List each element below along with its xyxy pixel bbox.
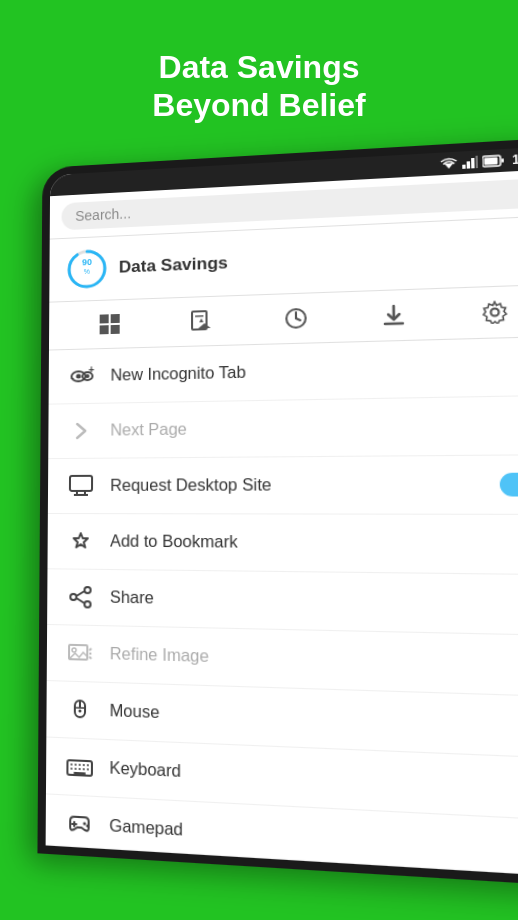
svg-point-38 <box>84 601 90 607</box>
svg-point-37 <box>70 594 76 600</box>
svg-rect-13 <box>111 314 120 323</box>
mouse-icon <box>67 696 94 724</box>
menu-label-gamepad: Gamepad <box>109 817 518 862</box>
settings-svg <box>482 300 508 324</box>
svg-line-23 <box>385 323 403 324</box>
svg-point-42 <box>72 648 76 652</box>
keyboard-icon <box>66 753 93 781</box>
svg-point-24 <box>491 308 499 316</box>
svg-rect-12 <box>100 314 109 323</box>
menu-label-next-page: Next Page <box>110 415 518 439</box>
menu-label-share: Share <box>110 588 518 614</box>
svg-point-49 <box>78 709 81 712</box>
menu-label-refine-image: Refine Image <box>110 645 518 676</box>
signal-icon <box>462 156 478 169</box>
menu-item-add-to-bookmark[interactable]: Add to Bookmark <box>47 514 518 575</box>
phone-outer: 12:30 Search... 90 % <box>37 137 518 887</box>
svg-marker-17 <box>199 318 203 322</box>
svg-rect-4 <box>476 156 479 168</box>
chevron-right-icon <box>68 418 94 444</box>
share-icon <box>67 584 93 611</box>
menu-item-next-page[interactable]: Next Page <box>48 396 518 459</box>
svg-line-43 <box>89 648 91 650</box>
svg-rect-1 <box>463 165 466 169</box>
toolbar-download-icon[interactable] <box>378 300 409 330</box>
toolbar-grid-icon[interactable] <box>96 310 124 339</box>
bookmarks-svg <box>190 310 213 333</box>
desktop-icon <box>68 473 94 499</box>
savings-circle: 90 % <box>65 247 109 292</box>
menu-label-keyboard: Keyboard <box>109 759 518 799</box>
menu-label-add-to-bookmark: Add to Bookmark <box>110 532 518 554</box>
phone-screen: 12:30 Search... 90 % <box>46 146 518 878</box>
menu-label-new-incognito-tab: New Incognito Tab <box>110 356 518 384</box>
history-svg <box>284 307 308 330</box>
svg-point-26 <box>76 374 81 379</box>
time-display: 12:30 <box>512 151 518 167</box>
savings-circle-svg: 90 % <box>65 247 109 292</box>
header-section: Data SavingsBeyond Belief <box>0 0 518 155</box>
svg-marker-0 <box>445 163 454 169</box>
battery-icon <box>483 154 506 168</box>
svg-line-40 <box>76 598 84 603</box>
menu-label-mouse: Mouse <box>110 702 518 737</box>
svg-rect-31 <box>70 476 92 491</box>
svg-point-36 <box>85 587 91 593</box>
bookmark-star-icon <box>68 528 94 554</box>
svg-rect-2 <box>467 161 471 168</box>
svg-text:90: 90 <box>82 257 92 267</box>
svg-line-45 <box>89 657 91 659</box>
svg-rect-14 <box>100 325 109 334</box>
svg-point-64 <box>83 822 86 825</box>
svg-rect-3 <box>471 158 475 168</box>
refine-image-icon <box>67 640 93 667</box>
svg-line-21 <box>296 318 300 320</box>
download-svg <box>381 304 406 328</box>
grid-svg <box>99 313 121 335</box>
svg-text:%: % <box>84 268 90 275</box>
toolbar-history-icon[interactable] <box>281 304 311 333</box>
menu-item-request-desktop-site[interactable]: Request Desktop Site <box>48 455 518 515</box>
menu-label-request-desktop-site: Request Desktop Site <box>110 475 481 495</box>
svg-text:+: + <box>88 365 94 375</box>
desktop-site-toggle[interactable] <box>500 473 518 497</box>
svg-rect-18 <box>195 315 203 317</box>
toolbar-bookmarks-icon[interactable] <box>187 307 216 336</box>
svg-rect-7 <box>484 157 498 165</box>
svg-marker-35 <box>74 533 88 547</box>
header-title: Data SavingsBeyond Belief <box>40 48 478 125</box>
incognito-icon: + <box>68 363 94 389</box>
phone-wrapper: 12:30 Search... 90 % <box>40 160 518 920</box>
menu-list: + New Incognito Tab Next Page <box>46 337 518 878</box>
wifi-icon <box>440 157 458 170</box>
status-icons <box>440 154 505 170</box>
svg-rect-6 <box>502 158 504 162</box>
gamepad-icon <box>66 810 93 839</box>
svg-rect-15 <box>111 325 120 334</box>
address-bar-text: Search... <box>75 206 131 224</box>
svg-line-39 <box>76 591 84 596</box>
toolbar-settings-icon[interactable] <box>479 297 512 327</box>
savings-label: Data Savings <box>119 253 228 277</box>
